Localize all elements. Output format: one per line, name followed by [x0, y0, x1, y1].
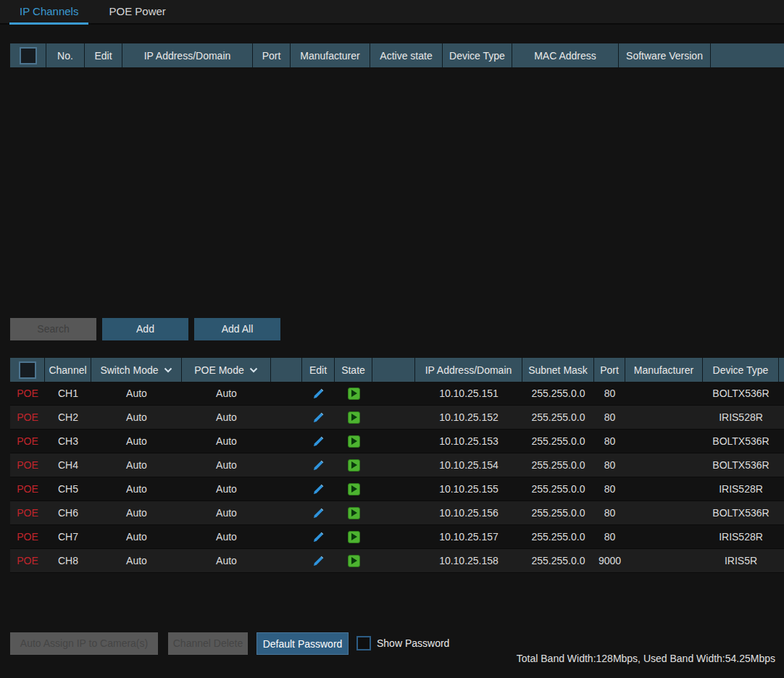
cell-ip: 10.10.25.154: [415, 453, 522, 477]
channel-delete-button[interactable]: Channel Delete: [168, 632, 248, 655]
cell-ip: 10.10.25.155: [415, 477, 522, 501]
cell-device-type: IRIS528R: [703, 525, 779, 548]
cell-manufacturer: [625, 382, 703, 405]
discovery-col-ip: IP Address/Domain: [122, 43, 253, 67]
table-row: POE CH8 Auto Auto 10.10.25.158 255.255.0…: [10, 549, 784, 573]
discovery-col-edit: Edit: [85, 43, 122, 67]
cell-channel: CH5: [45, 477, 91, 501]
edit-pencil-icon[interactable]: [312, 531, 325, 543]
channel-select-all-checkbox[interactable]: [19, 361, 36, 379]
cell-channel: CH3: [45, 430, 91, 453]
cell-device-type: IRIS528R: [703, 477, 779, 501]
channel-col-switch-mode[interactable]: Switch Mode: [91, 358, 182, 382]
cell-manufacturer: [625, 406, 703, 429]
channel-col-subnet-mask: Subnet Mask: [522, 358, 594, 382]
state-play-icon[interactable]: [348, 507, 360, 519]
state-play-icon[interactable]: [348, 435, 360, 448]
cell-poe-mode: Auto: [182, 525, 271, 548]
state-play-icon[interactable]: [348, 459, 360, 472]
show-password-label: Show Password: [377, 632, 449, 655]
cell-poe-mode: Auto: [182, 549, 271, 572]
table-row: POE CH3 Auto Auto 10.10.25.153 255.255.0…: [10, 430, 784, 453]
cell-device-type: BOLTX536R: [703, 382, 779, 405]
channel-col-port: Port: [594, 358, 625, 382]
edit-pencil-icon[interactable]: [312, 555, 325, 567]
show-password-checkbox[interactable]: [356, 636, 371, 650]
poe-mode-label: POE Mode: [194, 364, 243, 376]
auto-assign-ip-button[interactable]: Auto Assign IP to Camera(s): [10, 632, 158, 655]
cell-subnet-mask: 255.255.0.0: [522, 382, 594, 405]
edit-pencil-icon[interactable]: [312, 435, 325, 448]
poe-badge: POE: [10, 501, 45, 524]
cell-channel: CH1: [45, 382, 91, 405]
discovery-select-all-checkbox[interactable]: [20, 47, 37, 64]
table-row: POE CH6 Auto Auto 10.10.25.156 255.255.0…: [10, 501, 784, 525]
channel-col-poe-mode[interactable]: POE Mode: [182, 358, 271, 382]
cell-ip: 10.10.25.153: [415, 430, 522, 453]
cell-channel: CH4: [45, 453, 91, 477]
add-button[interactable]: Add: [102, 318, 188, 340]
tab-poe-power[interactable]: POE Power: [99, 0, 175, 25]
edit-pencil-icon[interactable]: [312, 459, 325, 472]
channel-col-spacer-2: [372, 358, 415, 382]
tab-ip-channels[interactable]: IP Channels: [9, 0, 88, 25]
add-all-button[interactable]: Add All: [194, 318, 280, 340]
discovery-col-software-version: Software Version: [619, 43, 711, 67]
cell-device-type: BOLTX536R: [703, 453, 779, 477]
cell-ip: 10.10.25.158: [415, 549, 522, 572]
cell-device-type: BOLTX536R: [703, 430, 779, 453]
cell-manufacturer: [625, 477, 703, 501]
state-play-icon[interactable]: [348, 555, 360, 567]
cell-subnet-mask: 255.255.0.0: [522, 430, 594, 453]
edit-pencil-icon[interactable]: [312, 507, 325, 519]
state-play-icon[interactable]: [348, 531, 360, 543]
channel-col-state: State: [335, 358, 372, 382]
edit-pencil-icon[interactable]: [312, 411, 325, 424]
cell-switch-mode: Auto: [91, 382, 182, 405]
channel-col-edit: Edit: [302, 358, 335, 382]
cell-switch-mode: Auto: [91, 525, 182, 548]
cell-port: 80: [594, 453, 625, 477]
cell-port: 80: [594, 477, 625, 501]
cell-device-type: BOLTX536R: [703, 501, 779, 524]
table-row: POE CH2 Auto Auto 10.10.25.152 255.255.0…: [10, 406, 784, 430]
chevron-down-icon: [164, 367, 172, 373]
cell-manufacturer: [625, 501, 703, 524]
cell-subnet-mask: 255.255.0.0: [522, 477, 594, 501]
table-row: POE CH5 Auto Auto 10.10.25.155 255.255.0…: [10, 477, 784, 501]
cell-switch-mode: Auto: [91, 549, 182, 572]
state-play-icon[interactable]: [348, 388, 360, 400]
cell-ip: 10.10.25.157: [415, 525, 522, 548]
channel-table-header: Channel Switch Mode POE Mode Edit State …: [10, 358, 784, 382]
switch-mode-label: Switch Mode: [100, 364, 158, 376]
ip-channels-screen: IP Channels POE Power No. Edit IP Addres…: [0, 0, 784, 678]
cell-ip: 10.10.25.156: [415, 501, 522, 524]
cell-port: 80: [594, 406, 625, 429]
edit-pencil-icon[interactable]: [312, 388, 325, 400]
poe-badge: POE: [10, 477, 45, 501]
search-button[interactable]: Search: [10, 318, 96, 340]
state-play-icon[interactable]: [348, 411, 360, 424]
cell-channel: CH7: [45, 525, 91, 548]
cell-channel: CH8: [45, 549, 91, 572]
channel-select-all-cell: [10, 358, 45, 382]
cell-poe-mode: Auto: [182, 382, 271, 405]
cell-port: 80: [594, 430, 625, 453]
discovery-select-all-cell: [10, 43, 46, 67]
discovery-col-no: No.: [46, 43, 85, 67]
cell-manufacturer: [625, 453, 703, 477]
edit-pencil-icon[interactable]: [312, 483, 325, 495]
default-password-button[interactable]: Default Password: [257, 632, 349, 655]
discovery-col-spacer: [711, 43, 784, 67]
poe-badge: POE: [10, 549, 45, 572]
channel-col-channel: Channel: [45, 358, 91, 382]
channel-col-manufacturer: Manufacturer: [625, 358, 703, 382]
state-play-icon[interactable]: [348, 483, 360, 495]
channel-col-ip: IP Address/Domain: [415, 358, 522, 382]
cell-poe-mode: Auto: [182, 501, 271, 524]
cell-poe-mode: Auto: [182, 477, 271, 501]
cell-manufacturer: [625, 549, 703, 572]
discovery-col-port: Port: [253, 43, 291, 67]
discovery-col-mac: MAC Address: [512, 43, 619, 67]
cell-subnet-mask: 255.255.0.0: [522, 406, 594, 429]
